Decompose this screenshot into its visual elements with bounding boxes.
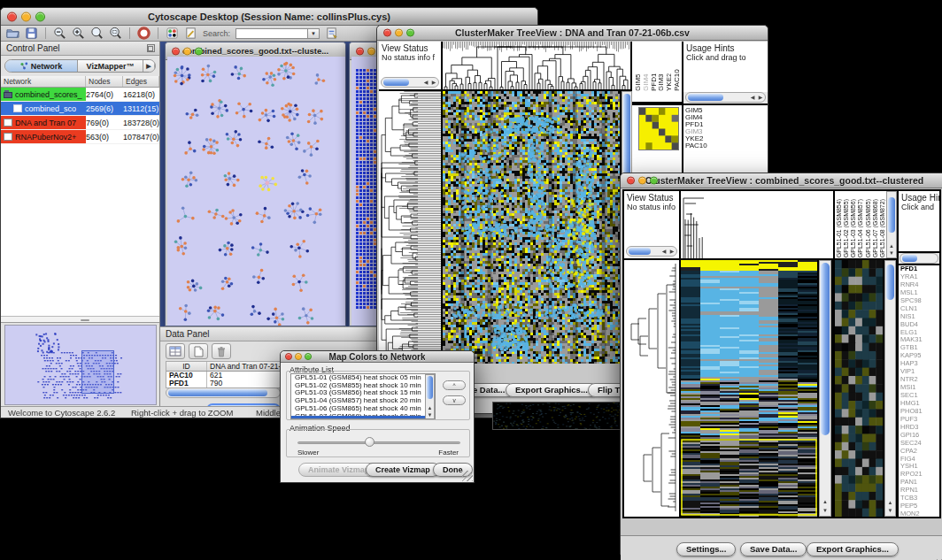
network-file-icon <box>4 133 12 141</box>
close-icon[interactable] <box>356 47 364 55</box>
animation-speed-group: Slower Faster <box>286 429 470 457</box>
minimize-icon[interactable] <box>367 47 375 55</box>
open-icon[interactable] <box>6 27 19 40</box>
resize-grip[interactable] <box>462 471 473 481</box>
tv2-settings-button[interactable]: Settings... <box>676 542 736 556</box>
network-file-icon <box>4 92 12 98</box>
network-view-window[interactable]: combined_scores_good.txt--cluste... <box>165 42 346 326</box>
zoom-out-icon[interactable] <box>53 27 66 40</box>
help-lifering-icon[interactable] <box>137 27 151 40</box>
network-file-icon <box>13 104 22 112</box>
toolbar-separator <box>158 27 158 39</box>
tv2-zoom-heatmap[interactable] <box>835 260 883 517</box>
data-panel-hscrollbar[interactable] <box>166 387 281 398</box>
faster-label: Faster <box>438 449 459 456</box>
tv2-status-hscrollbar[interactable]: ◀▶ <box>626 246 677 257</box>
tv1-zoom-heatmap[interactable] <box>638 107 679 150</box>
search-box: ▼ <box>236 28 320 39</box>
network-row[interactable]: DNA and Tran 07 769(0) 183728(0) <box>1 116 159 130</box>
speed-slider-track[interactable] <box>297 441 460 444</box>
network-tab-icon <box>20 62 28 70</box>
network-row[interactable]: combined_scores_ 2764(0) 16218(0) <box>1 88 159 102</box>
network-birdseye-overview[interactable] <box>4 325 157 405</box>
tv2-usage-hscrollbar[interactable] <box>899 253 939 264</box>
annotation-icon[interactable] <box>184 27 197 40</box>
tv2-usage-hints-panel: Usage Hints Click and <box>899 191 939 251</box>
tv1-heatmap[interactable] <box>443 91 620 364</box>
zoom-selected-icon[interactable] <box>109 27 122 40</box>
new-attribute-button[interactable] <box>189 343 208 359</box>
create-vizmap-button[interactable]: Create Vizmap <box>366 463 440 477</box>
tv2-labels-vscrollbar[interactable]: ▲▼ <box>886 191 897 258</box>
zoom-window-icon[interactable] <box>35 12 45 21</box>
close-icon[interactable] <box>172 47 180 55</box>
tv2-heatmap-vscrollbar[interactable]: ▲▼ <box>819 260 831 517</box>
map-colors-dialog: Map Colors to Network Attribute List GPL… <box>280 350 475 483</box>
close-icon[interactable] <box>7 12 17 21</box>
tv2-column-dendrogram[interactable] <box>681 191 833 258</box>
tab-overflow-arrow[interactable]: ▶ <box>143 60 155 72</box>
minimize-icon[interactable] <box>295 353 302 360</box>
move-down-button[interactable]: v <box>443 395 466 405</box>
close-icon[interactable] <box>383 29 391 37</box>
gene-label[interactable]: PAC10 <box>683 142 768 150</box>
attribute-list-group: GPL51-01 (GSM854) heat shock 05 minGPL51… <box>286 371 470 420</box>
gene-label[interactable]: MON2 <box>899 510 939 517</box>
dialog-title: Map Colors to Network <box>329 352 426 362</box>
main-titlebar[interactable]: Cytoscape Desktop (Session Name: collins… <box>1 8 537 26</box>
overview-divider[interactable] <box>1 316 159 323</box>
tab-vizmapper[interactable]: VizMapper™ <box>78 60 143 72</box>
attribute-browser-icon[interactable] <box>325 27 338 40</box>
minimize-icon[interactable] <box>638 177 646 185</box>
zoom-window-icon[interactable] <box>195 47 203 55</box>
status-hint-zoom: Right-click + drag to ZOOM <box>131 408 233 418</box>
zoom-window-icon[interactable] <box>305 353 312 360</box>
delete-attribute-trash-icon[interactable] <box>212 343 231 359</box>
toolbar-separator <box>45 27 46 39</box>
attribute-list[interactable]: GPL51-01 (GSM854) heat shock 05 minGPL51… <box>290 373 436 419</box>
tv1-status-hscrollbar[interactable]: ◀▶ <box>381 77 439 88</box>
zoom-in-icon[interactable] <box>72 27 85 40</box>
network-row[interactable]: combined_sco 2569(6) 13112(15) <box>1 102 159 116</box>
tv2-zoom-vscrollbar[interactable]: ▲▼ <box>884 260 896 517</box>
float-panel-icon[interactable] <box>147 44 155 52</box>
close-icon[interactable] <box>285 353 292 360</box>
tv2-save-data-button[interactable]: Save Data... <box>740 542 807 556</box>
tv1-export-graphics-button[interactable]: Export Graphics... <box>506 383 598 397</box>
tv2-view-status-panel: View Status No status info ◀▶ <box>624 191 679 258</box>
tv1-column-labels: GIM5GIM4PFD1GIM3YKE2PAC10 <box>632 42 682 102</box>
close-icon[interactable] <box>627 177 635 185</box>
dialog-titlebar[interactable]: Map Colors to Network <box>281 351 474 363</box>
toolbar-separator <box>129 27 130 39</box>
search-input[interactable] <box>236 28 308 39</box>
search-dropdown-icon[interactable]: ▼ <box>308 28 320 39</box>
minimize-icon[interactable] <box>21 12 31 21</box>
zoom-window-icon[interactable] <box>650 177 658 185</box>
window-controls[interactable] <box>7 12 45 21</box>
save-icon[interactable] <box>25 27 38 40</box>
speed-slider-thumb[interactable] <box>365 437 374 447</box>
tv2-export-graphics-button[interactable]: Export Graphics... <box>807 542 899 556</box>
zoom-fit-icon[interactable] <box>90 27 104 40</box>
move-up-button[interactable]: ^ <box>443 380 466 390</box>
search-label: Search: <box>203 29 230 38</box>
tv1-usage-hscrollbar[interactable]: ◀▶ <box>683 92 768 104</box>
minimize-icon[interactable] <box>395 29 403 37</box>
treeview2-titlebar[interactable]: ClusterMaker TreeView : combined_scores_… <box>621 173 942 188</box>
minimize-icon[interactable] <box>183 47 191 55</box>
network-canvas[interactable] <box>167 57 345 326</box>
tv1-row-dendrogram[interactable] <box>379 91 441 364</box>
select-attributes-button[interactable] <box>166 343 185 359</box>
tv2-row-dendrogram[interactable] <box>624 260 679 517</box>
status-welcome: Welcome to Cytoscape 2.6.2 <box>8 408 115 418</box>
tv1-global-view[interactable] <box>492 402 622 430</box>
treeview1-titlebar[interactable]: ClusterMaker TreeView : DNA and Tran 07-… <box>377 26 768 41</box>
tv2-heatmap[interactable] <box>681 260 817 517</box>
attribute-list-vscrollbar[interactable]: ▲▼ <box>425 374 435 419</box>
tab-network[interactable]: Network <box>5 60 78 72</box>
control-panel-tabs: Network VizMapper™ ▶ <box>4 59 156 73</box>
network-row[interactable]: RNAPuberNov2+ 563(0) 107847(0) <box>1 130 159 144</box>
vizmapper-palette-icon[interactable] <box>166 27 179 40</box>
zoom-window-icon[interactable] <box>406 29 414 37</box>
tv1-column-dendrogram[interactable] <box>443 42 630 89</box>
